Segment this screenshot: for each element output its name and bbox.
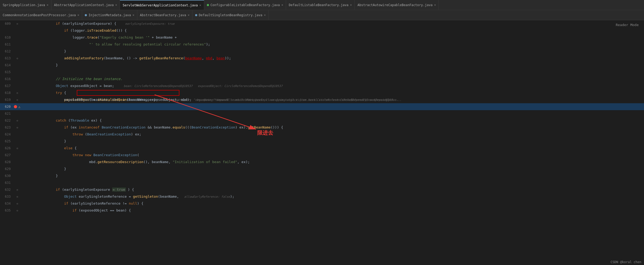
status-bar-text: CSDN @koral chen — [610, 260, 641, 264]
line-num-627: 627 — [0, 153, 13, 157]
line-num-634: 634 — [0, 202, 13, 205]
line-num-624: 624 — [0, 132, 13, 136]
tab-default-listable[interactable]: DefaultListableBeanFactory.java ✕ — [286, 0, 355, 10]
line-num-612: 612 — [0, 49, 13, 53]
tab-abstract-autowire[interactable]: AbstractAutowireCapableBeanFactory.java … — [355, 0, 439, 10]
gutter-icons-634: ⊖ — [13, 202, 21, 205]
tab-default-singleton-registry-label: DefaultSingletonBeanRegistry.java — [199, 13, 262, 17]
tab-default-listable-close[interactable]: ✕ — [350, 3, 352, 7]
line-content-635: if (exposedObject == bean) { — [21, 200, 644, 221]
line-num-629: 629 — [0, 167, 13, 171]
tab-bar-row2: CommonAnnotationBeanPostProcessor.java ✕… — [0, 10, 644, 20]
gutter-icons-623: ⊖ — [13, 126, 21, 129]
tab-servlet-web-close[interactable]: ✕ — [199, 3, 201, 7]
tab-default-singleton-registry-close[interactable]: ✕ — [264, 13, 266, 17]
status-bar: CSDN @koral chen — [608, 259, 644, 265]
code-line-620: 620 ⚠ exposedObject = initializeBean(bea… — [0, 103, 644, 110]
line-num-610: 610 — [0, 36, 13, 39]
line-num-614: 614 — [0, 63, 13, 67]
tab-injection-metadata-dot — [85, 14, 87, 16]
tab-common-annotation-label: CommonAnnotationBeanPostProcessor.java — [3, 13, 76, 17]
line-num-631: 631 — [0, 181, 13, 185]
tab-injection-metadata-close[interactable]: ✕ — [132, 13, 134, 17]
gutter-icons-635: ⊖ — [13, 209, 21, 212]
line-num-621: 621 — [0, 112, 13, 115]
tab-abstract-app-context-label: AbstractApplicationContext.java — [54, 3, 114, 7]
tab-spring-application[interactable]: SpringApplication.java ✕ — [0, 0, 51, 10]
line-num-626: 626 — [0, 146, 13, 150]
tab-default-singleton-registry[interactable]: DefaultSingletonBeanRegistry.java ✕ — [192, 10, 269, 20]
line-num-620: 620 — [0, 105, 13, 109]
line-num-633: 633 — [0, 195, 13, 198]
gutter-icons-626: ⊖ — [13, 147, 21, 150]
line-num-630: 630 — [0, 174, 13, 178]
red-box-highlight — [77, 90, 179, 96]
fold-icon-618[interactable]: ⊖ — [17, 92, 18, 94]
tab-configurable-listable-label: ConfigurableListableBeanFactory.java — [211, 3, 280, 7]
tab-default-singleton-registry-dot — [195, 14, 197, 16]
line-num-623: 623 — [0, 126, 13, 129]
tab-spring-close[interactable]: ✕ — [47, 3, 49, 7]
gutter-icons-622: ⊖ — [13, 119, 21, 122]
fold-icon-619[interactable]: ⊖ — [17, 98, 18, 101]
tab-common-annotation[interactable]: CommonAnnotationBeanPostProcessor.java ✕ — [0, 10, 82, 20]
line-num-619: 619 — [0, 98, 13, 102]
tab-abstract-bean-factory-close[interactable]: ✕ — [188, 13, 190, 17]
fold-icon-609[interactable]: ⊖ — [17, 22, 18, 25]
code-line-635: 635 ⊖ if (exposedObject == bean) { — [0, 207, 644, 214]
tab-injection-metadata[interactable]: InjectionMetadata.java ✕ — [82, 10, 137, 20]
code-editor: 609 ⊖ if (earlySingletonExposure) { earl… — [0, 20, 644, 265]
tab-configurable-listable-close[interactable]: ✕ — [281, 3, 283, 7]
tab-bar-row1: SpringApplication.java ✕ AbstractApplica… — [0, 0, 644, 10]
tab-spring-application-label: SpringApplication.java — [3, 3, 45, 7]
tab-abstract-autowire-close[interactable]: ✕ — [434, 3, 436, 7]
gutter-icons-620: ⚠ — [13, 105, 21, 109]
fold-icon-634[interactable]: ⊖ — [17, 202, 18, 205]
fold-icon-626[interactable]: ⊖ — [17, 147, 18, 150]
code-line-614: 614 } — [0, 62, 644, 69]
line-num-622: 622 — [0, 119, 13, 122]
tab-common-annotation-close[interactable]: ✕ — [78, 13, 79, 17]
line-num-609: 609 — [0, 22, 13, 26]
fold-icon-632[interactable]: ⊖ — [17, 188, 18, 191]
gutter-icons-632: ⊖ — [13, 188, 21, 191]
tab-abstract-app-context-close[interactable]: ✕ — [115, 3, 117, 7]
tab-abstract-autowire-label: AbstractAutowireCapableBeanFactory.java — [357, 3, 433, 7]
tab-configurable-listable[interactable]: ConfigurableListableBeanFactory.java ✕ — [204, 0, 286, 10]
fold-icon-622[interactable]: ⊖ — [17, 119, 18, 122]
line-num-628: 628 — [0, 160, 13, 164]
line-num-613: 613 — [0, 56, 13, 60]
fold-icon-633[interactable]: ⊖ — [17, 195, 18, 198]
fold-icon-623[interactable]: ⊖ — [17, 126, 18, 129]
fold-icon-635[interactable]: ⊖ — [17, 209, 18, 212]
line-num-616: 616 — [0, 77, 13, 81]
breakpoint-620[interactable] — [14, 105, 17, 108]
line-num-615: 615 — [0, 70, 13, 74]
tab-configurable-listable-dot — [207, 4, 209, 6]
line-num-632: 632 — [0, 188, 13, 192]
code-line-630: 630 } — [0, 172, 644, 179]
line-num-625: 625 — [0, 139, 13, 143]
gutter-icons-613: ⊖ — [13, 57, 21, 60]
gutter-icons-609: ⊖ — [13, 22, 21, 25]
line-num-611: 611 — [0, 43, 13, 46]
debug-icon-620: ⚠ — [18, 105, 21, 109]
tab-servlet-web[interactable]: ServletWebServerApplicationContext.java … — [120, 0, 204, 10]
tab-default-listable-label: DefaultListableBeanFactory.java — [289, 3, 348, 7]
gutter-icons-619: ⊖ — [13, 98, 21, 101]
tab-injection-metadata-label: InjectionMetadata.java — [88, 13, 131, 17]
tab-abstract-bean-factory[interactable]: AbstractBeanFactory.java ✕ — [137, 10, 192, 20]
line-num-635: 635 — [0, 209, 13, 212]
line-num-618: 618 — [0, 91, 13, 95]
gutter-icons-633: ⊖ — [13, 195, 21, 198]
fold-icon-613[interactable]: ⊖ — [17, 57, 18, 60]
tab-abstract-app-context[interactable]: AbstractApplicationContext.java ✕ — [51, 0, 120, 10]
tab-abstract-bean-factory-label: AbstractBeanFactory.java — [140, 13, 186, 17]
line-num-617: 617 — [0, 84, 13, 88]
editor-container: Reader Mode 609 ⊖ if (earlySingletonExpo… — [0, 20, 644, 265]
tab-servlet-web-label: ServletWebServerApplicationContext.java — [123, 3, 198, 7]
gutter-icons-618: ⊖ — [13, 92, 21, 94]
